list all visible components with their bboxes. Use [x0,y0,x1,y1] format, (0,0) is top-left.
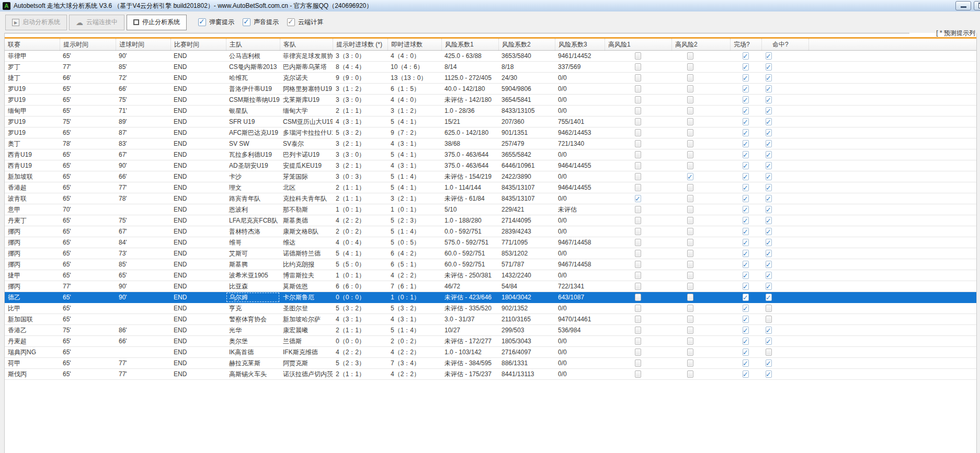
high-risk-2-checkbox[interactable] [687,349,693,356]
high-risk-2-checkbox[interactable] [687,118,693,125]
hit-checkbox[interactable] [766,206,772,213]
hit-checkbox[interactable] [766,283,772,290]
table-row[interactable]: 缅甸甲 65' 71' END 银星队 缅甸大学 2（1：1） 3（1：2） 1… [5,106,976,117]
table-row[interactable]: 挪丙 65' 67' END 普林特杰洛 康斯文格B队 2（0：2） 5（1：4… [5,226,976,237]
hit-checkbox[interactable] [766,239,772,246]
finished-checkbox[interactable] [743,370,749,378]
finished-checkbox[interactable] [743,173,749,180]
high-risk-2-checkbox[interactable] [687,217,693,224]
table-row[interactable]: 菲律甲 65' 90' END 公马吉利根 菲律宾足球发展协会 3（3：0） 4… [5,51,976,62]
high-risk-1-checkbox[interactable] [635,349,641,356]
high-risk-1-checkbox[interactable] [635,305,641,312]
high-risk-1-checkbox[interactable] [635,316,641,323]
finished-checkbox[interactable] [743,140,749,147]
column-header-7[interactable]: 提示时进球数 (*) [333,39,388,50]
hit-checkbox[interactable] [766,195,772,202]
table-row[interactable]: 罗U19 65' 66' END 普洛伊什蒂U19 阿格里努塞特U19 3（1：… [5,84,976,95]
high-risk-1-checkbox[interactable] [635,228,641,235]
hit-checkbox[interactable] [766,118,772,125]
high-risk-2-checkbox[interactable] [687,206,693,213]
finished-checkbox[interactable] [743,294,749,301]
finished-checkbox[interactable] [743,316,749,323]
hit-checkbox[interactable] [766,359,772,367]
high-risk-1-checkbox[interactable] [635,294,641,301]
hit-checkbox[interactable] [766,327,772,334]
table-row[interactable]: 挪丙 65' 84' END 维哥 维达 4（0：4） 5（0：5） 575.0… [5,237,976,248]
high-risk-1-checkbox[interactable] [635,338,641,345]
hit-checkbox[interactable] [766,173,772,180]
finished-checkbox[interactable] [743,96,749,103]
hit-checkbox[interactable] [766,151,772,158]
sound-alert-checkbox[interactable] [243,18,250,26]
table-row[interactable]: 西青U19 65' 67' END 瓦拉多利德U19 巴列卡诺U19 3（3：0… [5,149,976,160]
high-risk-2-checkbox[interactable] [687,129,693,136]
column-header-11[interactable]: 风险系数3 [555,39,605,50]
hit-checkbox[interactable] [766,305,772,312]
column-header-12[interactable]: 高风险1 [605,39,671,50]
hit-checkbox[interactable] [766,370,772,378]
high-risk-2-checkbox[interactable] [687,228,693,235]
column-header-10[interactable]: 风险系数2 [498,39,555,50]
table-row[interactable]: 荷甲 65' 77' END 赫拉克莱斯 阿贾克斯 5（2：3） 7（3：4） … [5,358,976,369]
high-risk-2-checkbox[interactable] [687,250,693,257]
hit-checkbox[interactable] [766,96,772,103]
hit-checkbox[interactable] [766,184,772,191]
hit-checkbox[interactable] [766,107,772,114]
high-risk-1-checkbox[interactable] [635,239,641,246]
finished-checkbox[interactable] [743,250,749,257]
column-header-14[interactable]: 完场? [730,39,761,50]
table-row[interactable]: 香港乙 75' 86' END 光华 康宏晨曦 2（1：1） 5（1：4） 10… [5,325,976,336]
hit-checkbox[interactable] [766,74,772,82]
finished-checkbox[interactable] [743,162,749,169]
high-risk-1-checkbox[interactable] [635,206,641,213]
high-risk-1-checkbox[interactable] [635,85,641,92]
stop-analysis-button[interactable]: 停止分析系统 [127,15,187,30]
table-row[interactable]: 挪丙 65' 73' END 艾斯可 诺德斯特兰德 5（4：1） 6（4：2） … [5,248,976,259]
hit-checkbox[interactable] [766,338,772,345]
hit-checkbox[interactable] [766,228,772,235]
high-risk-2-checkbox[interactable] [687,96,693,103]
high-risk-2-checkbox[interactable] [687,338,693,345]
high-risk-1-checkbox[interactable] [635,184,641,191]
table-row[interactable]: 波青联 65' 78' END 路宾青年队 克拉科夫青年队 2（1：1） 3（2… [5,193,976,204]
hit-checkbox[interactable] [766,272,772,279]
table-row[interactable]: 香港超 65' 77' END 理文 北区 2（1：1） 5（4：1） 1.0 … [5,182,976,193]
column-header-5[interactable]: 主队 [226,39,280,50]
high-risk-2-checkbox[interactable] [687,74,693,82]
finished-checkbox[interactable] [743,327,749,334]
table-row[interactable]: 罗U19 75' 89' END SFR U19 CSM亚历山大U19 4（3：… [5,117,976,127]
high-risk-1-checkbox[interactable] [635,261,641,268]
finished-checkbox[interactable] [743,359,749,367]
column-header-8[interactable]: 即时进球数 [388,39,441,50]
hit-checkbox[interactable] [766,129,772,136]
high-risk-2-checkbox[interactable] [687,85,693,92]
high-risk-2-checkbox[interactable] [687,327,693,334]
table-row[interactable]: 捷甲 65' 65' END 波希米亚1905 博雷斯拉夫 1（0：1） 4（2… [5,270,976,281]
high-risk-1-checkbox[interactable] [635,151,641,158]
high-risk-1-checkbox[interactable] [635,327,641,334]
table-row[interactable]: 比甲 65' END 亨克 圣图尔登 5（3：2） 5（3：2） 未评估 - 3… [5,303,976,314]
high-risk-1-checkbox[interactable] [635,359,641,367]
high-risk-2-checkbox[interactable] [687,294,693,301]
finished-checkbox[interactable] [743,107,749,114]
high-risk-1-checkbox[interactable] [635,217,641,224]
column-header-13[interactable]: 高风险2 [671,39,730,50]
table-row[interactable]: 捷丁 66' 72' END 哈维瓦 克尔诺夫 9（9：0） 13（13：0） … [5,73,976,84]
hit-checkbox[interactable] [766,162,772,169]
cloud-connecting-button[interactable]: ☁ 云端连接中 [69,15,124,30]
table-row[interactable]: 罗丁 77' 85' END CS曼内斯蒂2013 巴内斯蒂乌莱塔 8（4：4）… [5,62,976,73]
high-risk-1-checkbox[interactable] [635,52,641,60]
finished-checkbox[interactable] [743,74,749,82]
finished-checkbox[interactable] [743,349,749,356]
high-risk-2-checkbox[interactable] [687,283,693,290]
column-header-3[interactable]: 进球时间 [116,39,170,50]
table-row[interactable]: 挪丙 77' 90' END 比亚森 莫斯佐恩 6（6：0） 7（6：1） 46… [5,281,976,292]
high-risk-1-checkbox[interactable] [635,272,641,279]
finished-checkbox[interactable] [743,261,749,268]
table-row[interactable]: 罗U19 65' 75' END CSM斯拉蒂纳U19 戈莱斯库U19 3（3：… [5,95,976,106]
high-risk-2-checkbox[interactable] [687,52,693,60]
table-row[interactable]: 丹麦超 65' 66' END 奥尔堡 兰德斯 0（0：0） 2（0：2） 未评… [5,336,976,347]
start-analysis-button[interactable]: ▶ 启动分析系统 [5,15,67,30]
high-risk-2-checkbox[interactable] [687,140,693,147]
high-risk-1-checkbox[interactable] [635,129,641,136]
